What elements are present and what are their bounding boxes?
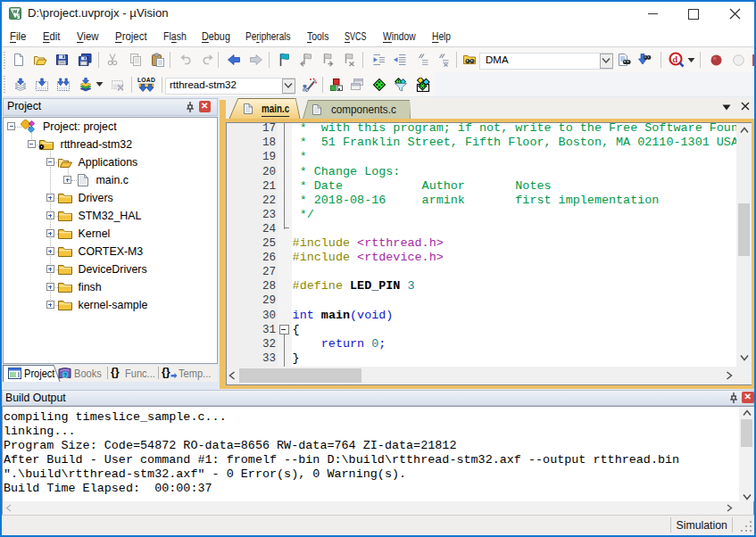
svg-text:d: d — [673, 54, 678, 64]
svg-text:LOAD: LOAD — [137, 77, 155, 83]
svg-text:?: ? — [63, 371, 67, 377]
